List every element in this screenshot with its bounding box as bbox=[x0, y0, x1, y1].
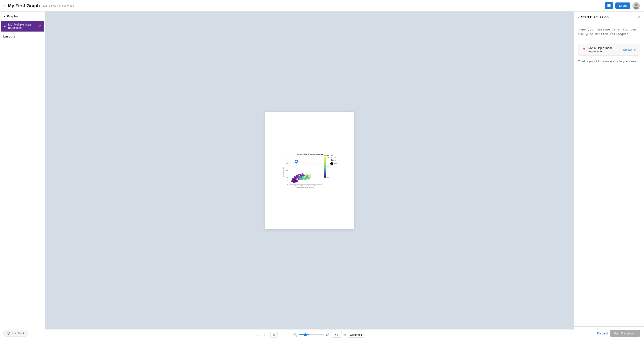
svg-text:Glucose: Glucose bbox=[324, 154, 329, 156]
layouts-section[interactable]: Layouts bbox=[0, 32, 45, 41]
discard-button[interactable]: Discard bbox=[597, 330, 608, 337]
pin-icon: 📌 bbox=[38, 24, 41, 28]
svg-point-57 bbox=[296, 160, 297, 162]
canvas-area: MV: Multiple linear regression Total Cho… bbox=[45, 12, 574, 340]
svg-text:300: 300 bbox=[326, 157, 329, 158]
discussion-panel: ‹ Start Discussion × 📍 MV: Multiple line… bbox=[574, 12, 644, 340]
svg-text:?: ? bbox=[8, 332, 9, 334]
bottom-toolbar: ‹ › 🔍 🔎 % Custom ▾ bbox=[45, 329, 574, 340]
svg-point-48 bbox=[304, 178, 306, 180]
svg-point-0 bbox=[635, 4, 638, 6]
svg-point-66 bbox=[331, 159, 333, 161]
graphs-section[interactable]: ▼ Graphs bbox=[0, 12, 45, 21]
pin-hint-text: To add a pin, click somewhere on the gra… bbox=[578, 60, 640, 63]
avatar bbox=[632, 2, 640, 10]
pin-graph-name: MV: Multiple linear regression bbox=[588, 46, 620, 53]
svg-text:12.00: 12.00 bbox=[333, 157, 336, 158]
y-axis-label: Total Cholesterol bbox=[283, 166, 284, 178]
discussion-back-button[interactable]: ‹ bbox=[578, 16, 579, 19]
sidebar-footer: ? Feedback bbox=[0, 326, 45, 340]
discussion-actions: Discard Start Discussion bbox=[574, 326, 644, 340]
chart-title: MV: Multiple linear regression bbox=[296, 153, 323, 155]
message-input[interactable] bbox=[578, 27, 640, 40]
canvas-content[interactable]: MV: Multiple linear regression Total Cho… bbox=[45, 12, 574, 329]
pin-section: 📍 MV: Multiple linear regression Remove … bbox=[578, 44, 640, 56]
svg-point-33 bbox=[297, 174, 299, 176]
graphs-label: Graphs bbox=[7, 14, 18, 18]
svg-point-1 bbox=[634, 6, 639, 10]
custom-label: Custom bbox=[350, 333, 360, 336]
feedback-button[interactable]: ? Feedback bbox=[3, 330, 28, 337]
svg-text:15: 15 bbox=[308, 185, 309, 186]
sidebar-item-mv-regression[interactable]: MV: Multiple linear regression 📌 bbox=[1, 21, 44, 32]
share-button[interactable]: Share bbox=[615, 2, 630, 9]
svg-rect-2 bbox=[4, 26, 5, 27]
zoom-percent: % bbox=[344, 333, 346, 336]
svg-rect-58 bbox=[324, 157, 326, 178]
svg-text:200: 200 bbox=[286, 177, 288, 178]
discussion-header: ‹ Start Discussion × bbox=[574, 12, 644, 23]
last-edited-label: Last edited 48 minute ago bbox=[43, 4, 74, 7]
svg-text:120.00: 120.00 bbox=[333, 163, 337, 164]
sidebar: ▼ Graphs MV: Multiple linear regression … bbox=[0, 12, 45, 340]
zoom-slider[interactable] bbox=[299, 334, 324, 335]
remove-pin-button[interactable]: Remove Pin bbox=[622, 48, 636, 51]
chevron-down-icon: ▾ bbox=[361, 333, 362, 336]
discussion-title: Start Discussion bbox=[581, 15, 636, 19]
prev-page-button[interactable]: ‹ bbox=[255, 332, 259, 338]
svg-point-52 bbox=[306, 174, 308, 176]
svg-rect-3 bbox=[5, 26, 5, 27]
svg-text:200: 200 bbox=[326, 166, 329, 168]
sidebar-item-label: MV: Multiple linear regression bbox=[8, 23, 36, 30]
svg-rect-4 bbox=[6, 25, 6, 27]
svg-text:37.95: 37.95 bbox=[333, 160, 336, 161]
pin-blue-icon: 📍 bbox=[582, 48, 586, 52]
svg-text:20: 20 bbox=[314, 185, 316, 186]
svg-point-44 bbox=[300, 178, 303, 180]
comment-button[interactable] bbox=[605, 2, 613, 9]
chart-icon bbox=[4, 24, 6, 28]
start-discussion-button[interactable]: Start Discussion bbox=[610, 330, 640, 337]
help-icon: ? bbox=[7, 332, 10, 335]
svg-point-68 bbox=[330, 162, 333, 165]
discussion-body: 📍 MV: Multiple linear regression Remove … bbox=[574, 23, 644, 326]
main-layout: ▼ Graphs MV: Multiple linear regression … bbox=[0, 12, 644, 340]
svg-text:10: 10 bbox=[301, 185, 303, 186]
svg-text:5: 5 bbox=[295, 185, 296, 186]
svg-point-42 bbox=[298, 178, 300, 180]
chart-svg: MV: Multiple linear regression Total Cho… bbox=[282, 152, 338, 188]
zoom-preset-select[interactable]: Custom ▾ bbox=[348, 332, 364, 338]
svg-text:0: 0 bbox=[289, 185, 290, 186]
svg-point-54 bbox=[309, 174, 311, 176]
svg-text:HDL: HDL bbox=[331, 154, 333, 156]
back-button[interactable]: ‹ bbox=[4, 4, 5, 8]
svg-text:0: 0 bbox=[288, 184, 288, 185]
svg-text:500: 500 bbox=[286, 156, 288, 158]
zoom-input[interactable] bbox=[331, 332, 342, 338]
collapse-arrow-icon: ▼ bbox=[3, 15, 6, 18]
header-actions: Share bbox=[605, 2, 640, 10]
next-page-button[interactable]: › bbox=[263, 332, 267, 338]
export-button[interactable] bbox=[270, 332, 278, 338]
svg-text:100: 100 bbox=[326, 176, 329, 178]
page-title: My First Graph bbox=[8, 3, 40, 8]
app-header: ‹ My First Graph Last edited 48 minute a… bbox=[0, 0, 644, 12]
svg-text:100: 100 bbox=[286, 180, 288, 182]
x-axis-label: Glycosylated hemoglobin % bbox=[297, 187, 314, 188]
svg-text:400: 400 bbox=[286, 163, 288, 164]
discussion-close-button[interactable]: × bbox=[638, 15, 640, 20]
zoom-out-icon[interactable]: 🔍 bbox=[293, 333, 297, 337]
svg-point-64 bbox=[331, 157, 332, 158]
svg-text:300: 300 bbox=[286, 170, 288, 171]
svg-point-41 bbox=[296, 180, 298, 182]
graph-paper[interactable]: MV: Multiple linear regression Total Cho… bbox=[265, 112, 354, 229]
zoom-in-icon[interactable]: 🔎 bbox=[325, 333, 330, 337]
zoom-area: 🔍 🔎 % Custom ▾ bbox=[293, 332, 364, 338]
